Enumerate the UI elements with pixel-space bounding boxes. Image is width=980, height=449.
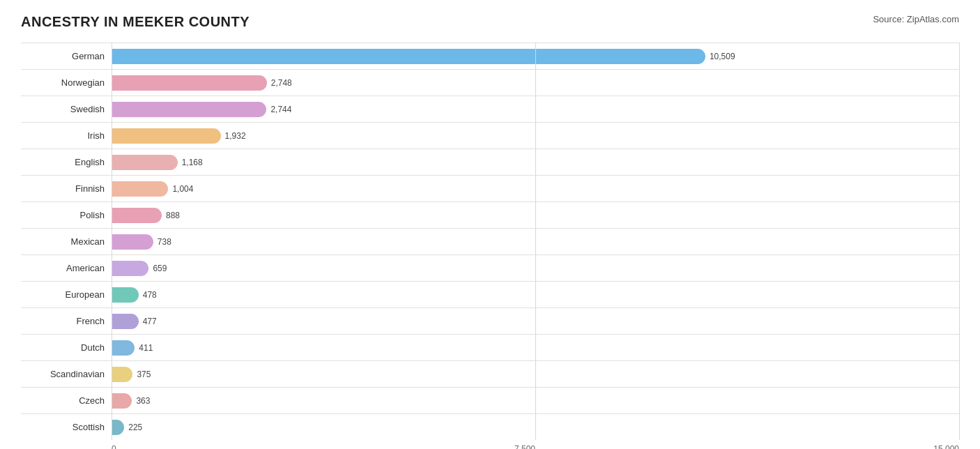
table-row: Norwegian2,748 — [21, 69, 959, 96]
bar-value: 659 — [153, 264, 167, 273]
bar — [112, 261, 148, 276]
bar-label: European — [21, 289, 112, 300]
bar-label: Mexican — [21, 236, 112, 247]
bar — [112, 49, 705, 64]
bar-label: Irish — [21, 130, 112, 141]
bar — [112, 393, 132, 409]
bar-value: 2,748 — [271, 78, 292, 88]
bar — [112, 102, 266, 117]
source-label: Source: ZipAtlas.com — [873, 14, 959, 24]
bar — [112, 181, 168, 197]
table-row: Dutch411 — [21, 334, 959, 360]
table-row: Scandinavian375 — [21, 360, 959, 387]
bar-label: English — [21, 157, 112, 167]
bar-label: German — [21, 51, 112, 61]
bar — [112, 128, 221, 144]
bar-value: 477 — [143, 317, 157, 326]
bar-value: 375 — [137, 370, 151, 379]
bar — [112, 208, 162, 223]
bar-value: 1,004 — [172, 184, 193, 194]
table-row: Mexican738 — [21, 228, 959, 254]
bar-container: 1,932 — [112, 123, 959, 149]
table-row: Swedish2,744 — [21, 96, 959, 122]
bar-value: 2,744 — [270, 105, 291, 114]
bar-container: 363 — [112, 388, 959, 413]
bar-value: 363 — [136, 396, 150, 406]
bar-label: Finnish — [21, 183, 112, 194]
bar-value: 10,509 — [710, 52, 735, 61]
table-row: Irish1,932 — [21, 122, 959, 149]
bar-container: 411 — [112, 335, 959, 360]
bar — [112, 155, 178, 170]
table-row: American659 — [21, 254, 959, 281]
bar-value: 225 — [128, 423, 142, 432]
table-row: Scottish225 — [21, 413, 959, 440]
bar-container: 2,748 — [112, 70, 959, 96]
bar-container: 1,168 — [112, 149, 959, 175]
bar — [112, 340, 135, 356]
bar-container: 10,509 — [112, 43, 959, 69]
x-tick-15000: 15,000 — [933, 444, 959, 449]
x-tick-0: 0 — [112, 444, 116, 449]
chart-title: ANCESTRY IN MEEKER COUNTY — [21, 14, 250, 30]
table-row: French477 — [21, 307, 959, 334]
table-row: European478 — [21, 281, 959, 307]
bar-label: Polish — [21, 210, 112, 220]
x-axis-inner: 0 7,500 15,000 — [112, 444, 959, 449]
bar-container: 1,004 — [112, 176, 959, 201]
bar-container: 477 — [112, 308, 959, 334]
table-row: Polish888 — [21, 201, 959, 228]
bar-label: Norwegian — [21, 77, 112, 88]
x-tick-7500: 7,500 — [514, 444, 535, 449]
bar-label: Swedish — [21, 104, 112, 114]
bar-container: 888 — [112, 202, 959, 228]
bar — [112, 367, 132, 382]
bar — [112, 314, 139, 329]
bar-label: American — [21, 263, 112, 273]
bar-container: 738 — [112, 229, 959, 254]
table-row: Czech363 — [21, 387, 959, 413]
table-row: German10,509 — [21, 43, 959, 69]
table-row: Finnish1,004 — [21, 175, 959, 201]
bar-value: 411 — [139, 343, 153, 353]
bar-value: 478 — [143, 290, 157, 300]
x-axis: 0 7,500 15,000 — [112, 440, 959, 449]
bars-section: German10,509Norwegian2,748Swedish2,744Ir… — [21, 43, 959, 440]
bar — [112, 287, 139, 303]
bar — [112, 234, 153, 250]
table-row: English1,168 — [21, 149, 959, 175]
bar-value: 1,932 — [225, 131, 246, 141]
bar-label: Czech — [21, 395, 112, 406]
grid-line — [959, 43, 960, 440]
bar-label: French — [21, 316, 112, 326]
bar-container: 2,744 — [112, 96, 959, 122]
bar-label: Scandinavian — [21, 369, 112, 379]
bar — [112, 420, 124, 435]
bar-label: Dutch — [21, 342, 112, 353]
chart-wrapper: German10,509Norwegian2,748Swedish2,744Ir… — [21, 43, 959, 449]
bar-value: 1,168 — [182, 158, 203, 167]
bar-label: Scottish — [21, 422, 112, 432]
bar — [112, 75, 267, 91]
bar-value: 888 — [166, 211, 180, 220]
bar-value: 738 — [158, 237, 171, 247]
bar-container: 659 — [112, 255, 959, 281]
bar-container: 478 — [112, 282, 959, 307]
bar-container: 225 — [112, 414, 959, 440]
bar-container: 375 — [112, 361, 959, 387]
